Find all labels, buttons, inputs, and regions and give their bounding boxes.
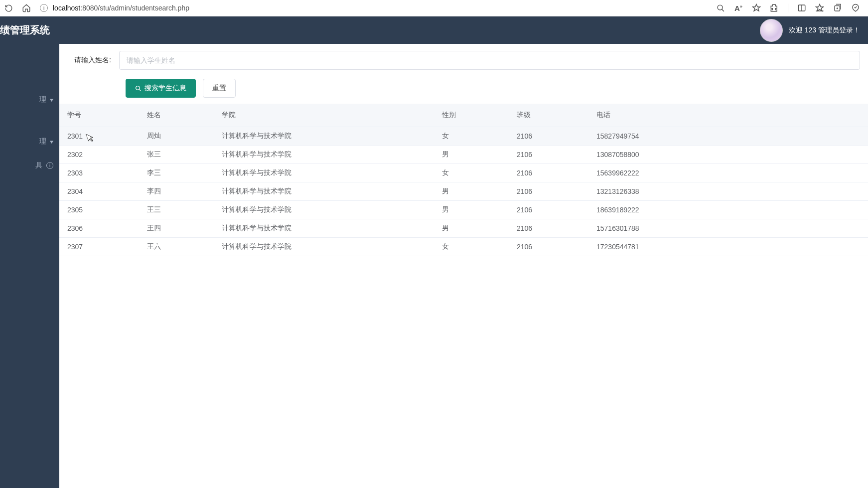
search-icon: [135, 85, 142, 92]
cell-gender: 女: [434, 237, 509, 256]
chevron-down-icon: ▾: [50, 139, 54, 145]
cell-id: 2303: [59, 163, 139, 182]
cell-gender: 男: [434, 145, 509, 163]
extensions-icon[interactable]: [770, 3, 779, 12]
user-area[interactable]: 欢迎 123 管理员登录！: [760, 19, 860, 42]
cell-gender: 男: [434, 219, 509, 237]
cell-name: 周灿: [139, 127, 214, 145]
col-header-phone: 电话: [588, 104, 868, 127]
read-aloud-icon[interactable]: A»: [734, 3, 743, 12]
info-icon: i: [46, 162, 53, 169]
cell-phone: 18639189222: [588, 200, 868, 219]
table-row[interactable]: 2304李四计算机科学与技术学院男210613213126338: [59, 182, 868, 200]
cell-class: 2106: [509, 127, 588, 145]
welcome-text: 欢迎 123 管理员登录！: [789, 26, 860, 35]
cell-id: 2304: [59, 182, 139, 200]
app-title: 绩管理系统: [0, 23, 50, 37]
search-input[interactable]: [119, 51, 860, 70]
home-icon[interactable]: [22, 3, 31, 12]
sidebar-item-2[interactable]: 具 i: [0, 154, 59, 177]
cell-phone: 15827949754: [588, 127, 868, 145]
browser-toolbar: i localhost:8080/stu/admin/studentsearch…: [0, 0, 868, 16]
cell-class: 2106: [509, 145, 588, 163]
search-label: 请输入姓名:: [74, 56, 111, 65]
cell-name: 张三: [139, 145, 214, 163]
avatar[interactable]: [760, 19, 783, 42]
cell-class: 2106: [509, 237, 588, 256]
site-info-icon[interactable]: i: [40, 4, 48, 12]
cell-name: 李四: [139, 182, 214, 200]
cell-college: 计算机科学与技术学院: [214, 200, 434, 219]
students-table: 学号 姓名 学院 性别 班级 电话 2301周灿计算机科学与技术学院女21061…: [59, 104, 868, 256]
url-host: localhost: [53, 4, 80, 12]
cell-college: 计算机科学与技术学院: [214, 163, 434, 182]
table-row[interactable]: 2301周灿计算机科学与技术学院女210615827949754: [59, 127, 868, 145]
cell-gender: 女: [434, 163, 509, 182]
cell-id: 2301: [59, 127, 139, 145]
favorite-icon[interactable]: [752, 3, 761, 12]
cell-gender: 女: [434, 127, 509, 145]
col-header-gender: 性别: [434, 104, 509, 127]
chevron-down-icon: ▾: [50, 97, 54, 103]
sidebar-item-label: 理: [39, 95, 46, 104]
cell-gender: 男: [434, 200, 509, 219]
address-bar[interactable]: localhost:8080/stu/admin/studentsearch.p…: [53, 4, 189, 12]
search-form: 请输入姓名: 搜索学生信息 重置: [59, 44, 868, 104]
split-screen-icon[interactable]: [797, 3, 806, 12]
cell-phone: 13213126338: [588, 182, 868, 200]
reset-button-label: 重置: [212, 84, 226, 93]
cell-phone: 15639962222: [588, 163, 868, 182]
cell-gender: 男: [434, 182, 509, 200]
cell-college: 计算机科学与技术学院: [214, 219, 434, 237]
cell-name: 李三: [139, 163, 214, 182]
cell-class: 2106: [509, 182, 588, 200]
refresh-icon[interactable]: [4, 3, 13, 12]
cell-college: 计算机科学与技术学院: [214, 145, 434, 163]
cell-college: 计算机科学与技术学院: [214, 182, 434, 200]
zoom-icon[interactable]: [716, 3, 725, 12]
cell-phone: 15716301788: [588, 219, 868, 237]
col-header-id: 学号: [59, 104, 139, 127]
cell-class: 2106: [509, 219, 588, 237]
table-header-row: 学号 姓名 学院 性别 班级 电话: [59, 104, 868, 127]
cell-phone: 13087058800: [588, 145, 868, 163]
cell-phone: 17230544781: [588, 237, 868, 256]
search-button-label: 搜索学生信息: [145, 84, 186, 93]
cell-id: 2305: [59, 200, 139, 219]
table-row[interactable]: 2303李三计算机科学与技术学院女210615639962222: [59, 163, 868, 182]
favorites-bar-icon[interactable]: [815, 3, 824, 12]
sidebar-item-1[interactable]: 理 ▾: [0, 130, 59, 154]
cell-id: 2302: [59, 145, 139, 163]
cell-class: 2106: [509, 200, 588, 219]
table-row[interactable]: 2305王三计算机科学与技术学院男210618639189222: [59, 200, 868, 219]
reset-button[interactable]: 重置: [203, 79, 236, 98]
cell-name: 王六: [139, 237, 214, 256]
performance-icon[interactable]: [851, 3, 860, 12]
col-header-class: 班级: [509, 104, 588, 127]
table-row[interactable]: 2302张三计算机科学与技术学院男210613087058800: [59, 145, 868, 163]
main-content: 请输入姓名: 搜索学生信息 重置: [59, 44, 868, 488]
url-path: :8080/stu/admin/studentsearch.php: [80, 4, 189, 12]
col-header-college: 学院: [214, 104, 434, 127]
sidebar-item-0[interactable]: 理 ▾: [0, 88, 59, 112]
collections-icon[interactable]: [833, 3, 842, 12]
cell-name: 王三: [139, 200, 214, 219]
svg-point-3: [136, 86, 140, 90]
cell-id: 2306: [59, 219, 139, 237]
search-button[interactable]: 搜索学生信息: [126, 79, 196, 98]
svg-point-0: [718, 5, 723, 10]
cell-college: 计算机科学与技术学院: [214, 237, 434, 256]
sidebar: 理 ▾ 理 ▾ 具 i: [0, 44, 59, 488]
cell-class: 2106: [509, 163, 588, 182]
table-row[interactable]: 2307王六计算机科学与技术学院女210617230544781: [59, 237, 868, 256]
cell-college: 计算机科学与技术学院: [214, 127, 434, 145]
col-header-name: 姓名: [139, 104, 214, 127]
sidebar-item-label: 理: [39, 137, 46, 146]
app-header: 绩管理系统 欢迎 123 管理员登录！: [0, 16, 868, 44]
table-row[interactable]: 2306王四计算机科学与技术学院男210615716301788: [59, 219, 868, 237]
sidebar-item-label: 具: [35, 161, 42, 170]
cell-id: 2307: [59, 237, 139, 256]
cell-name: 王四: [139, 219, 214, 237]
